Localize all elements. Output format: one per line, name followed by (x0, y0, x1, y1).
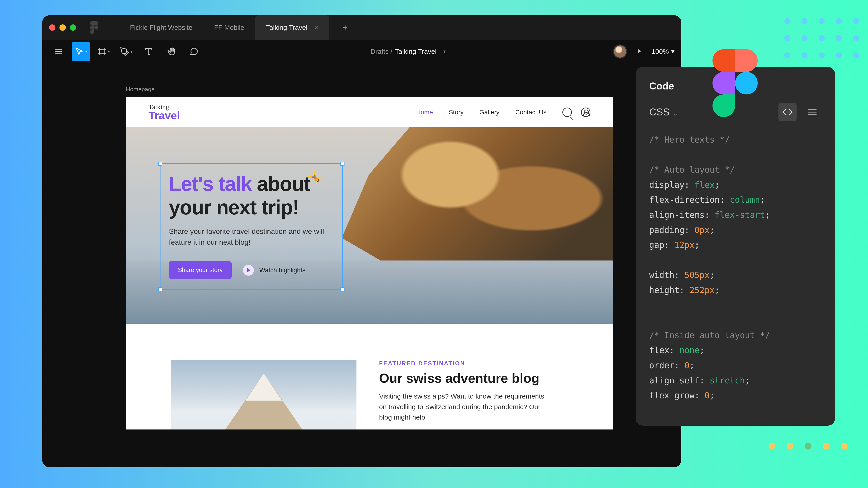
close-tab-icon[interactable]: × (314, 24, 318, 32)
window-controls (49, 24, 76, 31)
tab-talking-travel[interactable]: Talking Travel× (255, 15, 329, 40)
chevron-down-icon: ⌄ (673, 110, 678, 117)
tab-label: FF Mobile (214, 24, 244, 31)
figma-brand-logo (712, 49, 758, 117)
nav-home[interactable]: Home (416, 109, 433, 116)
featured-title: Our swiss adventure blog (379, 370, 568, 386)
logo-cursive: Talking (149, 103, 180, 110)
logo-main: Travel (149, 110, 180, 121)
tab-label: Fickle Flight Website (130, 24, 192, 31)
maximize-window-button[interactable] (70, 24, 76, 31)
tab-ff-mobile[interactable]: FF Mobile (203, 15, 255, 40)
search-icon[interactable] (562, 107, 572, 117)
selection-handle-bl[interactable] (158, 287, 162, 291)
user-icon[interactable] (581, 107, 590, 117)
close-window-button[interactable] (49, 24, 55, 31)
cta-share-story[interactable]: Share your story (169, 261, 232, 279)
selection-handle-tl[interactable] (158, 162, 162, 166)
nav-gallery[interactable]: Gallery (479, 109, 500, 116)
pen-tool-button[interactable]: ▾ (117, 42, 135, 61)
hero-subtitle: Share your favorite travel destination a… (169, 226, 336, 248)
new-tab-button[interactable]: + (336, 23, 354, 32)
present-button[interactable] (636, 48, 643, 55)
site-header: Talking Travel Home Story Gallery Contac… (126, 97, 613, 127)
watch-highlights-button[interactable]: Watch highlights (243, 265, 305, 275)
canvas[interactable]: Homepage Talking Travel Home Story Galle… (42, 63, 681, 467)
zoom-level[interactable]: 100%▾ (651, 47, 675, 55)
hero-actions: Share your story Watch highlights (169, 261, 336, 279)
background-dots-bottom (769, 443, 848, 450)
svg-point-13 (735, 72, 758, 94)
breadcrumb-location: Drafts / (370, 48, 393, 55)
toolbar: ▾ ▾ ▾ Drafts / Talking Travel ▾ 100%▾ (42, 40, 681, 63)
featured-image (171, 360, 356, 429)
hand-tool-button[interactable] (162, 42, 181, 61)
tab-fickle-flight[interactable]: Fickle Flight Website (119, 15, 203, 40)
app-window: Fickle Flight Website FF Mobile Talking … (42, 15, 681, 467)
mountain-graphic (214, 373, 313, 429)
table-view-icon[interactable] (803, 103, 822, 121)
breadcrumb[interactable]: Drafts / Talking Travel ▾ (203, 48, 613, 55)
svg-point-0 (94, 26, 98, 30)
frame-label[interactable]: Homepage (126, 86, 668, 93)
move-tool-button[interactable]: ▾ (72, 42, 90, 61)
tab-label: Talking Travel (266, 24, 307, 31)
hero-title: Let's talk about your next trip! (169, 172, 336, 219)
nav-story[interactable]: Story (449, 109, 463, 116)
code-view-icon[interactable] (778, 103, 797, 121)
titlebar: Fickle Flight Website FF Mobile Talking … (42, 15, 681, 40)
minimize-window-button[interactable] (59, 24, 66, 31)
site-nav: Home Story Gallery Contact Us (416, 107, 590, 117)
chevron-down-icon: ▾ (671, 47, 675, 55)
hero-section: 🤸 Let's talk about your next trip! Share… (126, 127, 613, 324)
frame-tool-button[interactable]: ▾ (94, 42, 113, 61)
chevron-down-icon: ▾ (443, 48, 446, 55)
selection-handle-tr[interactable] (340, 162, 344, 166)
selection-handle-br[interactable] (340, 287, 344, 291)
featured-body-text: Visiting the swiss alps? Want to know th… (379, 391, 549, 423)
design-frame-homepage[interactable]: Talking Travel Home Story Gallery Contac… (126, 97, 613, 429)
main-menu-button[interactable] (49, 42, 68, 61)
hero-texts[interactable]: Let's talk about your next trip! Share y… (169, 172, 336, 279)
background-dots-top (784, 18, 859, 70)
breadcrumb-project: Talking Travel (395, 48, 436, 55)
code-panel: Code CSS⌄ /* Hero texts */ /* Auto layou… (636, 67, 835, 426)
tabs: Fickle Flight Website FF Mobile Talking … (119, 15, 329, 40)
watch-highlights-label: Watch highlights (259, 267, 305, 274)
site-logo: Talking Travel (149, 103, 180, 121)
featured-eyebrow: FEATURED DESTINATION (379, 360, 568, 367)
figma-logo-icon (90, 21, 99, 34)
avatar[interactable] (613, 44, 627, 59)
featured-section: FEATURED DESTINATION Our swiss adventure… (126, 324, 613, 429)
play-icon (243, 265, 254, 275)
text-tool-button[interactable] (140, 42, 158, 61)
code-block[interactable]: /* Hero texts */ /* Auto layout */ displ… (649, 132, 770, 403)
comment-tool-button[interactable] (185, 42, 203, 61)
nav-contact[interactable]: Contact Us (515, 109, 547, 116)
